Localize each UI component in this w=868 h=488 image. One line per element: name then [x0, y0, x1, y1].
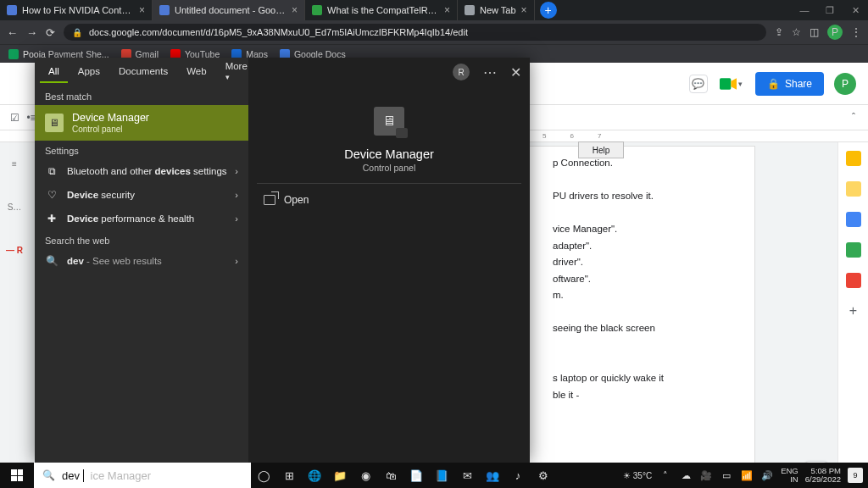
close-icon[interactable]: × [444, 4, 450, 16]
forward-button[interactable]: → [26, 26, 37, 39]
web-result[interactable]: 🔍 dev - See web results › [35, 249, 248, 273]
taskbar-search-input[interactable]: 🔍 dev ice Manager [34, 463, 251, 488]
filter-tab-apps[interactable]: Apps [70, 61, 108, 83]
more-icon[interactable]: ⋯ [483, 64, 497, 80]
battery-icon[interactable]: ▭ [720, 469, 733, 482]
chevron-down-icon: ▾ [738, 80, 743, 88]
preview-title: Device Manager [344, 147, 434, 161]
ruler-mark: 5 [542, 132, 546, 140]
summary-icon[interactable]: S… [8, 202, 22, 212]
close-icon[interactable]: × [521, 4, 527, 16]
onedrive-icon[interactable]: ☁ [679, 469, 693, 482]
office-icon[interactable]: 📄 [403, 463, 429, 488]
meet-now-icon[interactable]: 🎥 [699, 469, 713, 482]
filter-tab-web[interactable]: Web [178, 61, 214, 83]
back-button[interactable]: ← [7, 26, 18, 39]
store-icon[interactable]: 🛍 [378, 463, 403, 488]
share-button[interactable]: 🔒 Share [755, 72, 824, 96]
chevron-right-icon: › [235, 214, 238, 224]
result-text: dev - See web results [67, 256, 162, 266]
notif-count: 9 [853, 471, 857, 480]
hide-menus-icon[interactable]: ˆ [846, 110, 861, 125]
settings-result[interactable]: ⧉ Bluetooth and other devices settings › [35, 159, 248, 183]
settings-result[interactable]: ✚ Device performance & health › [35, 207, 248, 230]
task-view-icon[interactable]: ⊞ [276, 463, 302, 488]
doc-text: driver". [553, 254, 678, 271]
close-window-button[interactable]: ✕ [843, 0, 868, 20]
cortana-icon[interactable]: ◯ [251, 463, 276, 488]
chrome-menu-icon[interactable]: ⋮ [851, 26, 861, 38]
volume-icon[interactable]: 🔊 [760, 469, 774, 482]
system-tray: ☀ 35°C ˄ ☁ 🎥 ▭ 📶 🔊 ENGIN 5:08 PM6/29/202… [618, 463, 868, 488]
tray-chevron-icon[interactable]: ˄ [659, 469, 672, 482]
shield-icon: ♡ [45, 189, 58, 201]
open-action[interactable]: Open [248, 184, 530, 216]
settings-icon[interactable]: ⚙ [531, 463, 556, 488]
edge-icon[interactable]: 🌐 [302, 463, 327, 488]
spotify-icon[interactable]: ♪ [505, 463, 531, 488]
checklist-icon[interactable]: ☑ [7, 110, 22, 125]
account-badge[interactable]: R [453, 64, 470, 80]
browser-tab[interactable]: Untitled document - Google Docs × [153, 0, 305, 20]
account-avatar[interactable]: P [834, 73, 856, 95]
mail-icon[interactable]: ✉ [454, 463, 480, 488]
contacts-icon[interactable] [846, 242, 861, 258]
filter-tab-documents[interactable]: Documents [110, 61, 176, 83]
keep-icon[interactable] [846, 181, 861, 197]
start-menu: All Apps Documents Web More ▾ Best match… [35, 58, 530, 463]
wifi-icon[interactable]: 📶 [740, 469, 754, 482]
help-label: Help [593, 143, 610, 158]
share-icon[interactable]: ⇪ [775, 26, 783, 38]
explorer-icon[interactable]: 📁 [327, 463, 353, 488]
restore-button[interactable]: ❐ [817, 0, 843, 20]
search-typed-text: dev [62, 469, 84, 482]
address-bar[interactable]: 🔒 docs.google.com/document/d/16pM5_9xA38… [64, 24, 766, 41]
browser-tab[interactable]: How to Fix NVIDIA Control Panel × [0, 0, 153, 20]
teams-icon[interactable]: 👥 [480, 463, 505, 488]
section-best-match: Best match [35, 86, 248, 105]
chrome-icon[interactable]: ◉ [353, 463, 378, 488]
browser-tab[interactable]: What is the CompatTelRunner - C × [305, 0, 458, 20]
language-indicator[interactable]: ENGIN [781, 467, 798, 484]
extension-icon[interactable]: ◫ [810, 26, 819, 38]
search-hint-text: ice Manager [91, 469, 152, 482]
settings-result[interactable]: ♡ Device security › [35, 183, 248, 207]
help-button[interactable]: Help [578, 141, 624, 158]
result-title: Device Manager [72, 112, 149, 124]
minimize-button[interactable]: — [792, 0, 817, 20]
reload-button[interactable]: ⟳ [46, 26, 55, 39]
chevron-down-icon: ▾ [225, 73, 230, 81]
profile-avatar[interactable]: P [827, 25, 843, 40]
revision-icon[interactable]: — R [6, 246, 23, 255]
close-icon[interactable]: × [292, 4, 298, 16]
close-icon[interactable]: × [139, 4, 145, 16]
comments-button[interactable]: 💬 [689, 75, 708, 93]
favicon-icon [465, 5, 475, 15]
new-tab-button[interactable]: + [540, 2, 557, 19]
outline-toggle-icon[interactable]: ≡ [12, 159, 17, 169]
browser-tab[interactable]: New Tab × [458, 0, 535, 20]
action-center-icon[interactable]: 9 [848, 468, 863, 483]
maps-icon[interactable] [846, 273, 861, 288]
doc-text: s laptop or quickly wake it [553, 370, 678, 387]
favicon-icon [159, 5, 170, 15]
weather-widget[interactable]: ☀ 35°C [623, 471, 652, 480]
meet-icon [720, 78, 737, 90]
clock[interactable]: 5:08 PM6/29/2022 [805, 467, 841, 484]
result-text: Device performance & health [67, 214, 194, 224]
side-panel: + [837, 142, 868, 488]
clock-date: 6/29/2022 [805, 475, 841, 484]
start-button[interactable] [0, 463, 34, 488]
close-icon[interactable]: ✕ [510, 64, 521, 80]
word-icon[interactable]: 📘 [429, 463, 454, 488]
tasks-icon[interactable] [846, 212, 861, 227]
chevron-right-icon: › [235, 256, 238, 266]
filter-tab-all[interactable]: All [40, 61, 68, 83]
bookmark-star-icon[interactable]: ☆ [792, 26, 801, 38]
section-settings: Settings [35, 141, 248, 159]
meet-button[interactable]: ▾ [718, 73, 745, 95]
add-on-plus-icon[interactable]: + [849, 303, 857, 319]
best-match-result[interactable]: 🖥 Device Manager Control panel [35, 105, 248, 141]
calendar-icon[interactable] [846, 151, 861, 166]
chrome-tab-strip: How to Fix NVIDIA Control Panel × Untitl… [0, 0, 868, 20]
